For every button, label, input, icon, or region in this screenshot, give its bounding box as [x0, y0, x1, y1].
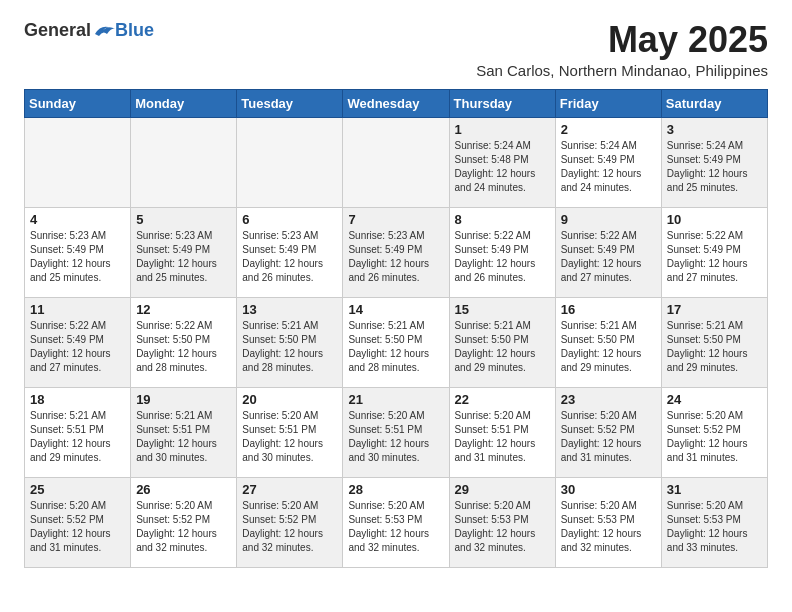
month-title: May 2025 — [476, 20, 768, 60]
calendar-day-cell: 5Sunrise: 5:23 AM Sunset: 5:49 PM Daylig… — [131, 207, 237, 297]
calendar-day-cell: 26Sunrise: 5:20 AM Sunset: 5:52 PM Dayli… — [131, 477, 237, 567]
logo-general: General — [24, 20, 91, 41]
day-info: Sunrise: 5:22 AM Sunset: 5:49 PM Dayligh… — [561, 229, 656, 285]
calendar-day-cell: 1Sunrise: 5:24 AM Sunset: 5:48 PM Daylig… — [449, 117, 555, 207]
day-info: Sunrise: 5:20 AM Sunset: 5:52 PM Dayligh… — [242, 499, 337, 555]
day-info: Sunrise: 5:21 AM Sunset: 5:50 PM Dayligh… — [561, 319, 656, 375]
day-info: Sunrise: 5:20 AM Sunset: 5:53 PM Dayligh… — [348, 499, 443, 555]
day-info: Sunrise: 5:22 AM Sunset: 5:49 PM Dayligh… — [455, 229, 550, 285]
day-info: Sunrise: 5:23 AM Sunset: 5:49 PM Dayligh… — [30, 229, 125, 285]
day-number: 3 — [667, 122, 762, 137]
location-subtitle: San Carlos, Northern Mindanao, Philippin… — [476, 62, 768, 79]
day-of-week-header: Thursday — [449, 89, 555, 117]
calendar-day-cell: 12Sunrise: 5:22 AM Sunset: 5:50 PM Dayli… — [131, 297, 237, 387]
day-number: 4 — [30, 212, 125, 227]
calendar-day-cell: 16Sunrise: 5:21 AM Sunset: 5:50 PM Dayli… — [555, 297, 661, 387]
calendar-day-cell: 28Sunrise: 5:20 AM Sunset: 5:53 PM Dayli… — [343, 477, 449, 567]
calendar-table: SundayMondayTuesdayWednesdayThursdayFrid… — [24, 89, 768, 568]
calendar-day-cell: 15Sunrise: 5:21 AM Sunset: 5:50 PM Dayli… — [449, 297, 555, 387]
calendar-day-cell: 30Sunrise: 5:20 AM Sunset: 5:53 PM Dayli… — [555, 477, 661, 567]
day-info: Sunrise: 5:22 AM Sunset: 5:50 PM Dayligh… — [136, 319, 231, 375]
day-info: Sunrise: 5:20 AM Sunset: 5:51 PM Dayligh… — [348, 409, 443, 465]
calendar-day-cell — [25, 117, 131, 207]
day-number: 12 — [136, 302, 231, 317]
day-info: Sunrise: 5:21 AM Sunset: 5:50 PM Dayligh… — [348, 319, 443, 375]
page-header: General Blue May 2025 San Carlos, Northe… — [24, 20, 768, 79]
day-number: 8 — [455, 212, 550, 227]
day-info: Sunrise: 5:20 AM Sunset: 5:51 PM Dayligh… — [242, 409, 337, 465]
calendar-week-row: 1Sunrise: 5:24 AM Sunset: 5:48 PM Daylig… — [25, 117, 768, 207]
calendar-day-cell: 14Sunrise: 5:21 AM Sunset: 5:50 PM Dayli… — [343, 297, 449, 387]
day-number: 14 — [348, 302, 443, 317]
calendar-day-cell: 18Sunrise: 5:21 AM Sunset: 5:51 PM Dayli… — [25, 387, 131, 477]
logo-bird-icon — [93, 22, 115, 40]
calendar-day-cell: 29Sunrise: 5:20 AM Sunset: 5:53 PM Dayli… — [449, 477, 555, 567]
calendar-day-cell: 8Sunrise: 5:22 AM Sunset: 5:49 PM Daylig… — [449, 207, 555, 297]
day-number: 9 — [561, 212, 656, 227]
day-number: 5 — [136, 212, 231, 227]
day-number: 1 — [455, 122, 550, 137]
day-info: Sunrise: 5:21 AM Sunset: 5:50 PM Dayligh… — [455, 319, 550, 375]
day-number: 29 — [455, 482, 550, 497]
day-number: 24 — [667, 392, 762, 407]
calendar-day-cell: 22Sunrise: 5:20 AM Sunset: 5:51 PM Dayli… — [449, 387, 555, 477]
day-info: Sunrise: 5:24 AM Sunset: 5:49 PM Dayligh… — [561, 139, 656, 195]
logo-blue: Blue — [115, 20, 154, 41]
calendar-day-cell: 17Sunrise: 5:21 AM Sunset: 5:50 PM Dayli… — [661, 297, 767, 387]
day-of-week-header: Wednesday — [343, 89, 449, 117]
day-number: 6 — [242, 212, 337, 227]
day-number: 15 — [455, 302, 550, 317]
day-number: 19 — [136, 392, 231, 407]
day-of-week-header: Friday — [555, 89, 661, 117]
calendar-week-row: 4Sunrise: 5:23 AM Sunset: 5:49 PM Daylig… — [25, 207, 768, 297]
day-info: Sunrise: 5:24 AM Sunset: 5:48 PM Dayligh… — [455, 139, 550, 195]
calendar-day-cell: 19Sunrise: 5:21 AM Sunset: 5:51 PM Dayli… — [131, 387, 237, 477]
calendar-day-cell: 4Sunrise: 5:23 AM Sunset: 5:49 PM Daylig… — [25, 207, 131, 297]
day-of-week-header: Saturday — [661, 89, 767, 117]
title-area: May 2025 San Carlos, Northern Mindanao, … — [476, 20, 768, 79]
calendar-day-cell — [131, 117, 237, 207]
day-info: Sunrise: 5:23 AM Sunset: 5:49 PM Dayligh… — [136, 229, 231, 285]
calendar-day-cell: 2Sunrise: 5:24 AM Sunset: 5:49 PM Daylig… — [555, 117, 661, 207]
calendar-day-cell: 10Sunrise: 5:22 AM Sunset: 5:49 PM Dayli… — [661, 207, 767, 297]
day-number: 16 — [561, 302, 656, 317]
day-info: Sunrise: 5:21 AM Sunset: 5:51 PM Dayligh… — [30, 409, 125, 465]
day-number: 21 — [348, 392, 443, 407]
day-info: Sunrise: 5:21 AM Sunset: 5:50 PM Dayligh… — [667, 319, 762, 375]
day-info: Sunrise: 5:20 AM Sunset: 5:53 PM Dayligh… — [561, 499, 656, 555]
day-number: 11 — [30, 302, 125, 317]
day-info: Sunrise: 5:22 AM Sunset: 5:49 PM Dayligh… — [667, 229, 762, 285]
day-number: 31 — [667, 482, 762, 497]
calendar-day-cell: 6Sunrise: 5:23 AM Sunset: 5:49 PM Daylig… — [237, 207, 343, 297]
calendar-day-cell: 24Sunrise: 5:20 AM Sunset: 5:52 PM Dayli… — [661, 387, 767, 477]
day-number: 18 — [30, 392, 125, 407]
calendar-day-cell: 20Sunrise: 5:20 AM Sunset: 5:51 PM Dayli… — [237, 387, 343, 477]
day-number: 10 — [667, 212, 762, 227]
calendar-day-cell: 31Sunrise: 5:20 AM Sunset: 5:53 PM Dayli… — [661, 477, 767, 567]
calendar-day-cell: 27Sunrise: 5:20 AM Sunset: 5:52 PM Dayli… — [237, 477, 343, 567]
calendar-day-cell: 25Sunrise: 5:20 AM Sunset: 5:52 PM Dayli… — [25, 477, 131, 567]
calendar-day-cell: 9Sunrise: 5:22 AM Sunset: 5:49 PM Daylig… — [555, 207, 661, 297]
day-number: 27 — [242, 482, 337, 497]
calendar-week-row: 11Sunrise: 5:22 AM Sunset: 5:49 PM Dayli… — [25, 297, 768, 387]
day-number: 25 — [30, 482, 125, 497]
day-of-week-header: Monday — [131, 89, 237, 117]
logo: General Blue — [24, 20, 154, 41]
day-number: 23 — [561, 392, 656, 407]
calendar-header-row: SundayMondayTuesdayWednesdayThursdayFrid… — [25, 89, 768, 117]
day-info: Sunrise: 5:20 AM Sunset: 5:52 PM Dayligh… — [667, 409, 762, 465]
day-number: 2 — [561, 122, 656, 137]
day-number: 7 — [348, 212, 443, 227]
day-number: 28 — [348, 482, 443, 497]
day-info: Sunrise: 5:20 AM Sunset: 5:53 PM Dayligh… — [667, 499, 762, 555]
day-number: 17 — [667, 302, 762, 317]
day-number: 22 — [455, 392, 550, 407]
calendar-day-cell: 21Sunrise: 5:20 AM Sunset: 5:51 PM Dayli… — [343, 387, 449, 477]
calendar-day-cell: 13Sunrise: 5:21 AM Sunset: 5:50 PM Dayli… — [237, 297, 343, 387]
day-info: Sunrise: 5:20 AM Sunset: 5:53 PM Dayligh… — [455, 499, 550, 555]
day-info: Sunrise: 5:21 AM Sunset: 5:50 PM Dayligh… — [242, 319, 337, 375]
day-info: Sunrise: 5:20 AM Sunset: 5:52 PM Dayligh… — [30, 499, 125, 555]
day-of-week-header: Sunday — [25, 89, 131, 117]
day-info: Sunrise: 5:23 AM Sunset: 5:49 PM Dayligh… — [348, 229, 443, 285]
day-number: 20 — [242, 392, 337, 407]
